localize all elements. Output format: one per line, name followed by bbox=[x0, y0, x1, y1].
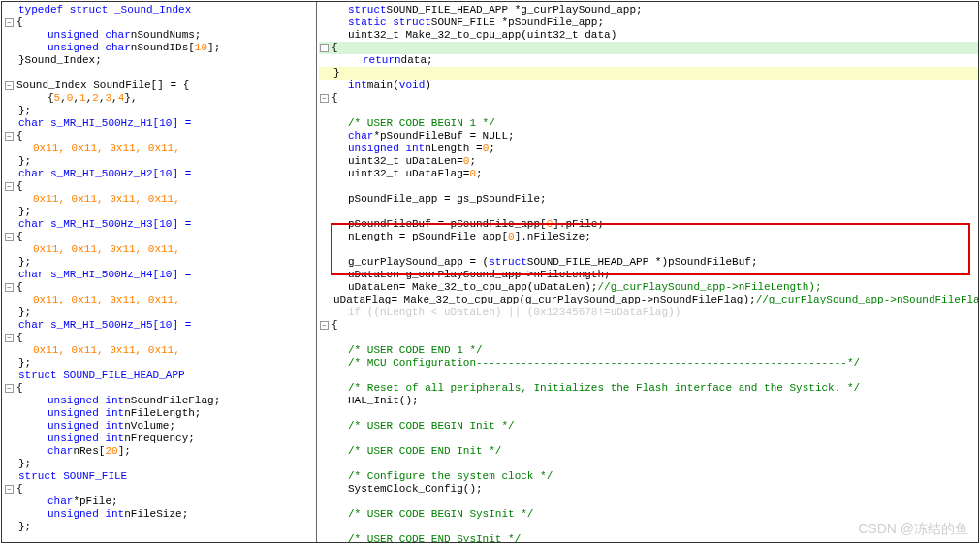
code-text: }; bbox=[18, 521, 31, 533]
code-text: }, bbox=[124, 92, 137, 105]
code-text: nSoundIDs[ bbox=[131, 42, 195, 54]
code-text: { bbox=[16, 231, 23, 243]
right-code-pane[interactable]: struct SOUND_FILE_HEAD_APP *g_curPlaySou… bbox=[317, 2, 978, 542]
fold-icon[interactable]: − bbox=[5, 81, 14, 90]
code-text: struct bbox=[348, 4, 387, 16]
code-text: ) bbox=[425, 80, 431, 92]
code-text: uint32_t uDataFlag= bbox=[348, 168, 469, 180]
code-text: 20 bbox=[105, 445, 117, 458]
watermark: CSDN @冻结的鱼 bbox=[858, 521, 968, 538]
code-text: HAL_Init(); bbox=[348, 395, 419, 407]
code-text: unsigned char bbox=[47, 42, 131, 54]
code-text: nFileLength; bbox=[124, 407, 201, 420]
code-text: nFrequency; bbox=[124, 432, 195, 445]
code-text: unsigned int bbox=[47, 508, 124, 521]
code-text: int bbox=[348, 80, 367, 92]
code-text: nRes[ bbox=[73, 445, 105, 458]
fold-icon[interactable]: − bbox=[5, 182, 14, 191]
fold-icon[interactable]: − bbox=[5, 384, 14, 393]
code-text: *pSoundFileBuf = NULL; bbox=[373, 130, 514, 143]
code-text: typedef struct _Sound_Index bbox=[18, 4, 191, 16]
left-code-pane[interactable]: typedef struct _Sound_Index −{ unsigned … bbox=[2, 2, 317, 542]
code-text: }; bbox=[18, 357, 31, 369]
code-text: 2 bbox=[92, 92, 99, 105]
editor-container: typedef struct _Sound_Index −{ unsigned … bbox=[1, 1, 979, 543]
code-text: nSoundNums; bbox=[131, 29, 202, 42]
fold-icon[interactable]: − bbox=[320, 321, 329, 330]
code-text: ; bbox=[489, 143, 495, 155]
code-text: 0 bbox=[483, 143, 490, 155]
code-text: char s_MR_HI_500Hz_H2[10] = bbox=[18, 168, 191, 180]
code-text: static struct bbox=[348, 16, 431, 29]
fold-icon[interactable]: − bbox=[5, 485, 14, 494]
code-text: struct SOUND_FILE_HEAD_APP bbox=[18, 369, 185, 382]
fold-icon[interactable]: − bbox=[5, 334, 14, 342]
code-text: 0 bbox=[547, 218, 553, 231]
code-text: 0 bbox=[469, 168, 476, 180]
fold-icon[interactable]: − bbox=[320, 94, 329, 103]
code-text: unsigned int bbox=[47, 395, 124, 407]
code-text: nVolume; bbox=[124, 420, 175, 432]
code-text: if ((nLength < uDataLen) || ( bbox=[348, 306, 533, 319]
code-text: { bbox=[16, 180, 23, 193]
code-text: 0 bbox=[508, 231, 515, 243]
code-text: }; bbox=[18, 256, 31, 269]
fold-icon[interactable]: − bbox=[5, 233, 14, 241]
code-text: g_curPlaySound_app = ( bbox=[348, 256, 489, 269]
code-text: pSoundFile_app = gs_pSoundFile; bbox=[348, 193, 547, 206]
code-text: /* USER CODE END 1 */ bbox=[348, 344, 483, 357]
code-text: /* USER CODE BEGIN Init */ bbox=[348, 420, 515, 432]
code-text: 0x11, 0x11, 0x11, 0x11, bbox=[33, 344, 180, 357]
code-text: { bbox=[332, 42, 338, 54]
code-text: { bbox=[332, 319, 338, 332]
code-text: { bbox=[332, 92, 338, 105]
code-text: /* USER CODE BEGIN 1 */ bbox=[348, 117, 495, 130]
code-text: } bbox=[333, 67, 340, 80]
code-text: ].nFileSize; bbox=[515, 231, 591, 243]
code-text: !=uDataFlag)) bbox=[597, 306, 680, 319]
code-text: SOUND_FILE_HEAD_APP *g_curPlaySound_app; bbox=[387, 4, 643, 16]
code-text: /* USER CODE END Init */ bbox=[348, 445, 501, 458]
code-text: { bbox=[16, 332, 23, 344]
code-text: ].pFile; bbox=[553, 218, 604, 231]
code-text: 5 bbox=[54, 92, 61, 105]
code-text: ; bbox=[469, 155, 476, 168]
code-text: , bbox=[111, 92, 118, 105]
code-text: , bbox=[86, 92, 93, 105]
code-text: { bbox=[16, 281, 23, 294]
fold-icon[interactable]: − bbox=[320, 44, 329, 52]
code-text: nFileSize; bbox=[124, 508, 188, 521]
code-text: { bbox=[47, 92, 54, 105]
code-text: nSoundFileFlag; bbox=[124, 395, 220, 407]
code-text: char bbox=[348, 130, 373, 143]
code-text: char bbox=[47, 496, 73, 508]
code-text: uDataFlag= Make_32_to_cpu_app(g_curPlayS… bbox=[333, 294, 756, 306]
fold-icon[interactable]: − bbox=[5, 283, 14, 292]
code-text: unsigned int bbox=[47, 420, 124, 432]
code-text: unsigned int bbox=[348, 143, 425, 155]
code-text: }; bbox=[18, 458, 31, 470]
code-text: 3 bbox=[105, 92, 111, 105]
code-text: pSoundFileBuf = pSoundFile_app[ bbox=[348, 218, 547, 231]
code-text: ]; bbox=[207, 42, 220, 54]
fold-icon[interactable]: − bbox=[5, 132, 14, 141]
code-text: void bbox=[399, 80, 425, 92]
code-text: 10 bbox=[195, 42, 207, 54]
code-text: 4 bbox=[118, 92, 125, 105]
code-text: /* Reset of all peripherals, Initializes… bbox=[348, 382, 860, 395]
code-text: uint32_t uDataLen= bbox=[348, 155, 463, 168]
code-text: return bbox=[363, 54, 401, 67]
code-text: char s_MR_HI_500Hz_H3[10] = bbox=[18, 218, 191, 231]
code-text: uDataLen= Make_32_to_cpu_app(uDataLen); bbox=[348, 281, 597, 294]
code-text: { bbox=[16, 16, 23, 29]
code-text: }; bbox=[18, 306, 31, 319]
code-text: //g_curPlaySound_app->nSoundFileFlag); bbox=[756, 294, 978, 306]
code-text: 0 bbox=[463, 155, 470, 168]
code-text: /* USER CODE END SysInit */ bbox=[348, 533, 521, 542]
code-text: unsigned char bbox=[47, 29, 131, 42]
fold-icon[interactable]: − bbox=[5, 18, 14, 27]
code-text: char s_MR_HI_500Hz_H5[10] = bbox=[18, 319, 191, 332]
code-text: { bbox=[16, 382, 23, 395]
code-text: /* USER CODE BEGIN SysInit */ bbox=[348, 508, 533, 521]
code-text: 0x11, 0x11, 0x11, 0x11, bbox=[33, 143, 180, 155]
